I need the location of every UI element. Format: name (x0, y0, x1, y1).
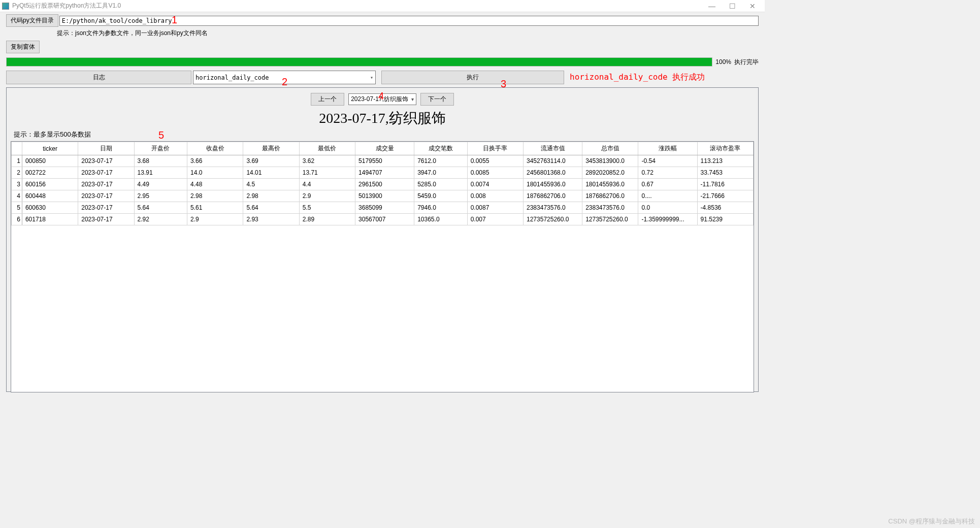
hint-label: 提示：json文件为参数文件，同一业务json和py文件同名 (57, 29, 759, 38)
table-cell: 4.5 (243, 179, 299, 190)
column-header[interactable]: 开盘价 (134, 142, 187, 155)
data-table-wrap[interactable]: ticker日期开盘价收盘价最高价最低价成交量成交笔数日换手率流通市值总市值涨跌… (11, 141, 754, 392)
copy-window-button[interactable]: 复制窗体 (6, 41, 40, 53)
table-cell: 2.9 (187, 214, 243, 225)
column-header[interactable]: 日期 (78, 142, 134, 155)
column-header[interactable]: 最高价 (243, 142, 299, 155)
table-cell: 3685099 (355, 202, 414, 214)
table-cell: 5.5 (299, 202, 355, 214)
table-cell: 600156 (22, 179, 78, 190)
table-cell: 0.72 (638, 167, 697, 179)
table-cell: 2023-07-17 (78, 202, 134, 214)
table-cell: 2023-07-17 (78, 167, 134, 179)
table-cell: 002722 (22, 167, 78, 179)
column-header[interactable]: 涨跌幅 (638, 142, 697, 155)
table-cell: 3.69 (243, 155, 299, 167)
table-cell: 2.9 (299, 190, 355, 202)
table-cell: -0.54 (638, 155, 697, 167)
table-cell: 0.0087 (467, 202, 523, 214)
table-cell: -1.359999999... (638, 214, 697, 225)
column-header[interactable]: 成交笔数 (414, 142, 468, 155)
table-cell: 601718 (22, 214, 78, 225)
table-cell: 5.61 (187, 202, 243, 214)
table-cell: 2.93 (243, 214, 299, 225)
table-cell: 2.98 (243, 190, 299, 202)
table-cell: 1494707 (355, 167, 414, 179)
table-cell: -21.7666 (697, 190, 753, 202)
row-index: 1 (12, 155, 22, 167)
execute-button[interactable]: 执行 (381, 71, 564, 84)
table-cell: 113.213 (697, 155, 753, 167)
column-header[interactable]: 总市值 (582, 142, 638, 155)
column-header[interactable]: 最低价 (299, 142, 355, 155)
chevron-down-icon: ▾ (370, 75, 373, 80)
table-cell: 91.5239 (697, 214, 753, 225)
table-row[interactable]: 36001562023-07-174.494.484.54.4296150052… (12, 179, 754, 190)
column-header[interactable]: 收盘价 (187, 142, 243, 155)
progress-fill (7, 58, 712, 66)
table-cell: 0.0 (638, 202, 697, 214)
progress-percent: 100% (715, 58, 731, 65)
row-index: 6 (12, 214, 22, 225)
table-cell: 0.0085 (467, 167, 523, 179)
dir-button[interactable]: 代码py文件目录 (6, 14, 58, 27)
row-index: 5 (12, 202, 22, 214)
table-cell: 5459.0 (414, 190, 468, 202)
table-cell: 10365.0 (414, 214, 468, 225)
table-cell: 3947.0 (414, 167, 468, 179)
code-combo[interactable]: horizonal_daily_code ▾ (193, 71, 376, 84)
column-header[interactable]: 成交量 (355, 142, 414, 155)
next-button[interactable]: 下一个 (420, 93, 454, 106)
table-cell: 2383473576.0 (582, 202, 638, 214)
table-cell: 14.01 (243, 167, 299, 179)
log-button[interactable]: 日志 (6, 71, 191, 84)
table-row[interactable]: 66017182023-07-172.922.92.932.8930567007… (12, 214, 754, 225)
table-cell: 0.67 (638, 179, 697, 190)
table-cell: 0.007 (467, 214, 523, 225)
table-cell: 3.68 (134, 155, 187, 167)
table-cell: 0.... (638, 190, 697, 202)
table-cell: 12735725260.0 (524, 214, 582, 225)
column-header[interactable]: 流通市值 (524, 142, 582, 155)
row-index: 3 (12, 179, 22, 190)
table-cell: 2892020852.0 (582, 167, 638, 179)
table-row[interactable]: 20027222023-07-1713.9114.014.0113.711494… (12, 167, 754, 179)
table-row[interactable]: 46004482023-07-172.952.982.982.950139005… (12, 190, 754, 202)
maximize-button[interactable]: ☐ (722, 1, 742, 12)
table-cell: -11.7816 (697, 179, 753, 190)
table-row[interactable]: 56006302023-07-175.645.615.645.536850997… (12, 202, 754, 214)
chevron-down-icon: ▾ (411, 96, 414, 102)
table-cell: 2383473576.0 (524, 202, 582, 214)
table-hint: 提示：最多显示500条数据 (14, 130, 754, 139)
table-cell: 2.98 (187, 190, 243, 202)
date-combo[interactable]: 2023-07-17,纺织服饰 ▾ (348, 93, 416, 105)
close-button[interactable]: ✕ (742, 1, 763, 12)
table-cell: 1876862706.0 (524, 190, 582, 202)
table-cell: 600630 (22, 202, 78, 214)
table-cell: 1801455936.0 (582, 179, 638, 190)
table-cell: 1876862706.0 (582, 190, 638, 202)
row-index: 4 (12, 190, 22, 202)
table-cell: 2023-07-17 (78, 214, 134, 225)
table-cell: 0.0074 (467, 179, 523, 190)
column-header[interactable]: 日换手率 (467, 142, 523, 155)
minimize-button[interactable]: — (702, 1, 722, 12)
table-cell: 2023-07-17 (78, 155, 134, 167)
page-title: 2023-07-17,纺织服饰 (11, 109, 754, 128)
prev-button[interactable]: 上一个 (311, 93, 344, 106)
row-index-header (12, 142, 22, 155)
column-header[interactable]: ticker (22, 142, 78, 155)
table-cell: 5179550 (355, 155, 414, 167)
table-cell: 0.0055 (467, 155, 523, 167)
table-cell: 4.4 (299, 179, 355, 190)
app-icon (2, 3, 9, 10)
table-cell: 2023-07-17 (78, 179, 134, 190)
table-cell: 5.64 (243, 202, 299, 214)
table-cell: 600448 (22, 190, 78, 202)
dir-input[interactable] (59, 16, 759, 26)
table-cell: 3.62 (299, 155, 355, 167)
table-cell: 0.008 (467, 190, 523, 202)
column-header[interactable]: 滚动市盈率 (697, 142, 753, 155)
table-row[interactable]: 10008502023-07-173.683.663.693.625179550… (12, 155, 754, 167)
table-cell: 2.95 (134, 190, 187, 202)
